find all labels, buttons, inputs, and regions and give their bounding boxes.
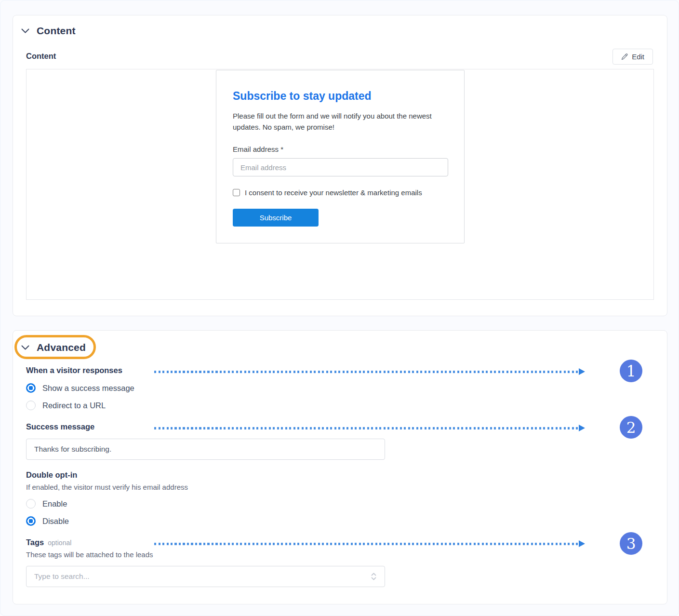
radio-option-enable[interactable]: Enable <box>26 499 67 509</box>
annotation-arrow-2 <box>154 425 585 431</box>
radio-unselected-icon <box>26 499 36 509</box>
radio-option-label: Show a success message <box>42 384 134 393</box>
preview-email-input[interactable] <box>233 158 448 176</box>
radio-selected-icon <box>26 383 36 393</box>
annotation-badge-3: 3 <box>620 532 642 555</box>
consent-label: I consent to receive your newsletter & m… <box>245 188 422 197</box>
advanced-section-panel: Advanced When a visitor responses Show a… <box>13 330 667 604</box>
arrowhead-icon <box>579 540 585 547</box>
radio-unselected-icon <box>26 401 36 410</box>
subscribe-button[interactable]: Subscribe <box>233 209 319 227</box>
preview-form-description: Please fill out the form and we will not… <box>233 111 447 133</box>
tags-select[interactable]: Type to search... <box>26 566 385 587</box>
double-opt-in-label: Double opt-in <box>26 470 77 480</box>
double-opt-in-help: If enabled, the visitor must verify his … <box>26 483 188 491</box>
success-message-input[interactable] <box>26 439 385 460</box>
preview-email-label: Email address * <box>233 145 448 153</box>
content-field-label: Content <box>26 52 56 61</box>
edit-button[interactable]: Edit <box>612 49 653 65</box>
annotation-arrow-3 <box>154 540 585 547</box>
radio-option-label: Enable <box>42 499 67 509</box>
content-section-panel: Content Content Edit Subscribe to stay u… <box>13 15 667 316</box>
preview-form-title: Subscribe to stay updated <box>233 90 448 103</box>
arrowhead-icon <box>579 368 585 375</box>
radio-option-label: Redirect to a URL <box>42 401 106 410</box>
advanced-section-toggle[interactable]: Advanced <box>21 342 86 353</box>
edit-button-label: Edit <box>632 53 644 61</box>
tags-help: These tags will be attached to the leads <box>26 550 153 559</box>
tags-optional-text: optional <box>48 539 71 547</box>
select-caret-icon <box>371 572 377 581</box>
radio-selected-icon <box>26 516 36 526</box>
content-preview-area: Subscribe to stay updated Please fill ou… <box>26 69 654 300</box>
radio-option-redirect-url[interactable]: Redirect to a URL <box>26 401 106 410</box>
chevron-down-icon <box>21 345 29 350</box>
consent-checkbox[interactable] <box>233 189 240 196</box>
tags-select-placeholder: Type to search... <box>34 572 371 581</box>
radio-option-show-success-message[interactable]: Show a success message <box>26 383 134 393</box>
chevron-down-icon <box>21 28 29 34</box>
subscribe-form-preview: Subscribe to stay updated Please fill ou… <box>216 70 465 243</box>
annotation-badge-1: 1 <box>620 360 642 382</box>
arrowhead-icon <box>579 425 585 431</box>
radio-option-disable[interactable]: Disable <box>26 516 69 526</box>
visitor-response-label: When a visitor responses <box>26 366 122 375</box>
content-section-toggle[interactable]: Content <box>21 25 76 37</box>
tags-label-text: Tags <box>26 538 44 547</box>
success-message-label: Success message <box>26 422 94 431</box>
tags-label: Tagsoptional <box>26 538 71 547</box>
advanced-section-title: Advanced <box>37 342 86 353</box>
pencil-icon <box>621 54 628 60</box>
content-section-title: Content <box>37 25 76 37</box>
annotation-badge-2: 2 <box>620 416 642 439</box>
radio-option-label: Disable <box>42 517 69 526</box>
preview-consent-row[interactable]: I consent to receive your newsletter & m… <box>233 188 448 197</box>
annotation-arrow-1 <box>154 368 585 375</box>
